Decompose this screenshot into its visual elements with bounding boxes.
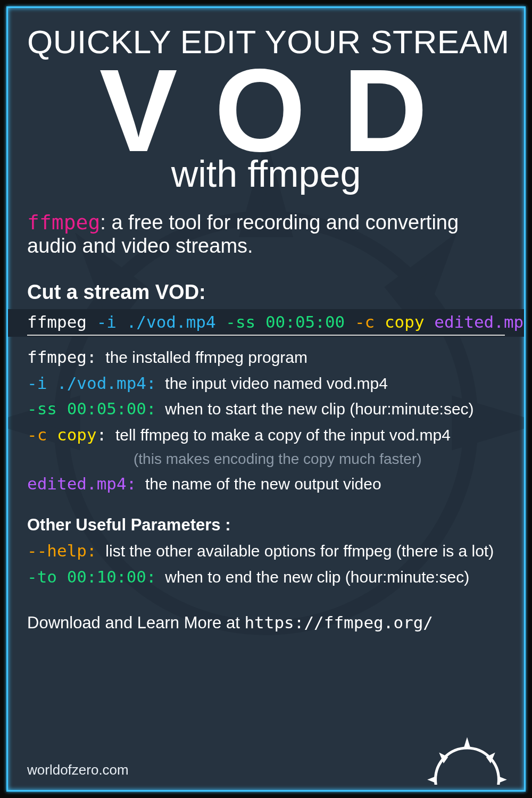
cmd-input-flag: -i ./vod.mp4 <box>97 312 216 331</box>
explain-key-copy: -c copy: <box>27 425 106 444</box>
other-desc-help: list the other available options for ffm… <box>105 542 494 560</box>
other-row-help: --help: list the other available options… <box>27 538 505 564</box>
explain-key-input: -i ./vod.mp4: <box>27 373 156 393</box>
explain-row-seek: -ss 00:05:00: when to start the new clip… <box>27 396 505 422</box>
content-area: QUICKLY EDIT YOUR STREAM VOD with ffmpeg… <box>8 8 524 633</box>
cmd-copy-flag: -c <box>355 312 375 331</box>
corner-sun-icon <box>422 721 512 785</box>
download-prefix: Download and Learn More at <box>27 613 244 632</box>
other-params-list: --help: list the other available options… <box>27 538 505 589</box>
explain-row-ffmpeg: ffmpeg: the installed ffmpeg program <box>27 344 505 370</box>
explain-desc-copy: tell ffmpeg to make a copy of the input … <box>115 426 451 444</box>
explain-desc-seek: when to start the new clip (hour:minute:… <box>165 400 473 418</box>
explain-desc-ffmpeg: the installed ffmpeg program <box>105 348 307 366</box>
svg-marker-11 <box>427 776 436 784</box>
cmd-output: edited.mp4 <box>434 312 526 331</box>
explain-note-copy: (this makes encoding the copy much faste… <box>134 447 505 470</box>
poster-panel: QUICKLY EDIT YOUR STREAM VOD with ffmpeg… <box>6 6 526 792</box>
cmd-program: ffmpeg <box>27 312 87 331</box>
svg-marker-7 <box>463 737 471 749</box>
explain-key-seek: -ss 00:05:00: <box>27 399 156 418</box>
cmd-copy-arg: copy <box>385 312 425 331</box>
svg-point-6 <box>436 748 499 785</box>
other-row-to: -to 00:10:00: when to end the new clip (… <box>27 564 505 590</box>
explain-key-output: edited.mp4: <box>27 474 136 493</box>
explain-desc-output: the name of the new output video <box>145 475 381 493</box>
download-url: https://ffmpeg.org/ <box>244 613 433 632</box>
download-line: Download and Learn More at https://ffmpe… <box>27 613 505 633</box>
explain-row-input: -i ./vod.mp4: the input video named vod.… <box>27 370 505 396</box>
explain-row-output: edited.mp4: the name of the new output v… <box>27 471 505 497</box>
cut-section-heading: Cut a stream VOD: <box>27 281 505 304</box>
intro-term: ffmpeg <box>27 211 100 234</box>
title-line-2: VOD <box>27 55 505 167</box>
svg-marker-9 <box>439 753 448 763</box>
footer-credit: worldofzero.com <box>27 762 129 778</box>
other-key-to: -to 00:10:00: <box>27 567 156 586</box>
explain-row-copy: -c copy: tell ffmpeg to make a copy of t… <box>27 422 505 471</box>
svg-marker-10 <box>498 776 507 784</box>
other-key-help: --help: <box>27 541 97 560</box>
intro-paragraph: ffmpeg: a free tool for recording and co… <box>27 211 505 257</box>
command-underline <box>27 335 505 336</box>
cmd-seek-flag: -ss 00:05:00 <box>226 312 345 331</box>
explanation-list: ffmpeg: the installed ffmpeg program -i … <box>27 344 505 496</box>
explain-desc-input: the input video named vod.mp4 <box>165 375 388 392</box>
svg-marker-8 <box>486 753 495 763</box>
other-params-heading: Other Useful Parameters : <box>27 516 505 535</box>
command-bar: ffmpeg -i ./vod.mp4 -ss 00:05:00 -c copy… <box>8 309 524 337</box>
page-frame: QUICKLY EDIT YOUR STREAM VOD with ffmpeg… <box>0 0 532 798</box>
other-desc-to: when to end the new clip (hour:minute:se… <box>165 568 469 586</box>
explain-key-ffmpeg: ffmpeg: <box>27 347 97 367</box>
